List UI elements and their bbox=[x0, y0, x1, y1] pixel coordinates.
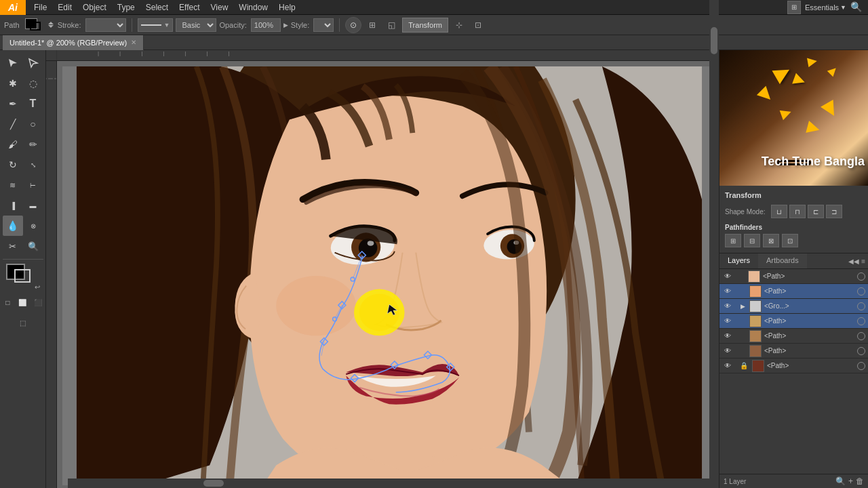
layer-eye-7[interactable]: 👁 bbox=[722, 361, 733, 371]
shape-mode-btn-4[interactable]: ⊐ bbox=[826, 205, 842, 218]
arrange-icon[interactable]: ⊞ bbox=[787, 1, 801, 14]
layer-arrow-3[interactable]: ▶ bbox=[738, 301, 747, 312]
layer-row-7[interactable]: 👁 🔒 <Path> bbox=[719, 359, 868, 373]
workspace-selector[interactable]: Essentials ▼ bbox=[805, 3, 846, 12]
basic-select[interactable]: Basic bbox=[176, 18, 216, 32]
layer-arrow-5[interactable] bbox=[738, 331, 747, 342]
layer-eye-1[interactable]: 👁 bbox=[722, 271, 733, 282]
layer-eye-5[interactable]: 👁 bbox=[722, 331, 733, 342]
layer-eye-3[interactable]: 👁 bbox=[722, 301, 733, 312]
search-icon[interactable]: 🔍 bbox=[850, 1, 863, 14]
normal-screen-mode[interactable]: □ bbox=[0, 292, 15, 312]
layer-arrow-4[interactable] bbox=[738, 316, 747, 327]
menu-view[interactable]: View bbox=[205, 0, 234, 15]
new-layer-btn[interactable]: + bbox=[848, 476, 853, 486]
artboards-tab[interactable]: Artboards bbox=[758, 253, 807, 268]
stroke-arrow-up[interactable] bbox=[47, 21, 55, 29]
menu-object[interactable]: Object bbox=[77, 0, 112, 15]
layer-row-5[interactable]: 👁 <Path> bbox=[719, 329, 868, 344]
layer-eye-6[interactable]: 👁 bbox=[722, 346, 733, 357]
layer-circle-3[interactable] bbox=[857, 302, 865, 310]
layer-circle-6[interactable] bbox=[857, 347, 865, 355]
opacity-input[interactable]: 100% bbox=[251, 18, 281, 32]
layer-circle-7[interactable] bbox=[857, 362, 865, 370]
scissors-tool[interactable]: ✂ bbox=[3, 236, 23, 256]
artboard-tool[interactable]: ⬚ bbox=[3, 312, 43, 333]
magic-wand-tool[interactable]: ✱ bbox=[3, 73, 23, 94]
selection-tool[interactable] bbox=[3, 53, 23, 73]
envelope-icon[interactable]: ⊡ bbox=[470, 17, 486, 33]
paintbrush-tool[interactable]: 🖌 bbox=[3, 134, 23, 155]
recolor-icon[interactable]: ⊙ bbox=[345, 17, 361, 33]
pen-tool[interactable]: ✒ bbox=[3, 94, 23, 114]
layers-menu-btn[interactable]: ≡ bbox=[861, 258, 865, 265]
menu-effect[interactable]: Effect bbox=[174, 0, 205, 15]
layer-arrow-2[interactable] bbox=[738, 286, 747, 297]
pathfinder-4[interactable]: ⊡ bbox=[782, 234, 798, 247]
layer-row-6[interactable]: 👁 <Path> bbox=[719, 344, 868, 359]
h-scrollbar[interactable] bbox=[68, 479, 719, 488]
document-tab[interactable]: Untitled-1* @ 200% (RGB/Preview) ✕ bbox=[3, 35, 144, 50]
layer-eye-2[interactable]: 👁 bbox=[722, 286, 733, 297]
full-screen-no-bar[interactable]: ⬛ bbox=[31, 292, 45, 312]
eyedropper-tool[interactable]: 💧 bbox=[3, 216, 23, 236]
layer-row-2[interactable]: 👁 <Path> bbox=[719, 284, 868, 299]
opacity-arrow[interactable]: ▶ bbox=[283, 22, 288, 28]
stroke-select[interactable] bbox=[85, 18, 126, 32]
shape-mode-btn-2[interactable]: ⊓ bbox=[789, 205, 806, 218]
pathfinder-2[interactable]: ⊟ bbox=[744, 234, 760, 247]
menu-select[interactable]: Select bbox=[140, 0, 174, 15]
layer-arrow-6[interactable] bbox=[738, 346, 747, 357]
layer-row-3[interactable]: 👁 ▶ <Gro...> bbox=[719, 299, 868, 314]
tab-close-button[interactable]: ✕ bbox=[131, 35, 136, 50]
blend-tool[interactable]: ⊗ bbox=[23, 216, 43, 236]
layer-row-1[interactable]: 👁 <Path> bbox=[719, 269, 868, 284]
layers-tab[interactable]: Layers bbox=[719, 253, 758, 268]
tab-bar: Untitled-1* @ 200% (RGB/Preview) ✕ bbox=[0, 35, 868, 50]
transform-panel-title: Transform bbox=[725, 188, 863, 202]
ruler-top: | | | | | | | bbox=[46, 50, 719, 61]
type-tool[interactable]: T bbox=[23, 94, 43, 114]
direct-selection-tool[interactable] bbox=[23, 53, 43, 73]
lasso-tool[interactable]: ◌ bbox=[23, 73, 43, 94]
column-graph-tool[interactable]: ▐ bbox=[3, 195, 23, 216]
zoom-tool[interactable]: 🔍 bbox=[23, 236, 43, 256]
rotate-tool[interactable]: ↻ bbox=[3, 155, 23, 175]
layer-eye-4[interactable]: 👁 bbox=[722, 316, 733, 327]
menu-window[interactable]: Window bbox=[233, 0, 273, 15]
layer-circle-5[interactable] bbox=[857, 332, 865, 340]
line-tool[interactable]: ╱ bbox=[3, 114, 23, 134]
menu-help[interactable]: Help bbox=[273, 0, 301, 15]
canvas-v-scrollbar[interactable] bbox=[709, 50, 719, 488]
layer-row-4[interactable]: 👁 <Path> bbox=[719, 314, 868, 329]
menu-file[interactable]: File bbox=[28, 0, 52, 15]
ellipse-tool[interactable]: ○ bbox=[23, 114, 43, 134]
layer-lock-7[interactable]: 🔒 bbox=[738, 361, 749, 371]
align-icon[interactable]: ⊞ bbox=[364, 17, 380, 33]
layer-circle-4[interactable] bbox=[857, 317, 865, 325]
layer-circle-1[interactable] bbox=[857, 272, 865, 281]
pathfinder-3[interactable]: ⊠ bbox=[763, 234, 779, 247]
line-style-selector[interactable]: ▼ bbox=[138, 18, 174, 32]
style-select[interactable] bbox=[313, 18, 334, 32]
fill-stroke-area[interactable]: ↩ bbox=[6, 264, 40, 291]
scale-tool[interactable]: ⤡ bbox=[23, 155, 43, 175]
warp-tool[interactable]: ≋ bbox=[3, 175, 23, 195]
pencil-tool[interactable]: ✏ bbox=[23, 134, 43, 155]
bar-chart-tool[interactable]: ▬ bbox=[23, 195, 43, 216]
shape-mode-btn-1[interactable]: ⊔ bbox=[771, 205, 787, 218]
delete-layer-btn[interactable]: 🗑 bbox=[856, 476, 864, 486]
corner-icon[interactable]: ◱ bbox=[383, 17, 399, 33]
shape-mode-btn-3[interactable]: ⊏ bbox=[808, 205, 824, 218]
menu-edit[interactable]: Edit bbox=[52, 0, 77, 15]
fill-swatch[interactable] bbox=[24, 17, 44, 33]
width-tool[interactable]: ⊢ bbox=[23, 175, 43, 195]
transform-button[interactable]: Transform bbox=[402, 18, 448, 33]
layer-circle-2[interactable] bbox=[857, 287, 865, 296]
full-screen-mode[interactable]: ⬜ bbox=[15, 292, 30, 312]
layers-expand-btn[interactable]: ◀◀ bbox=[848, 258, 859, 265]
anchor-icon[interactable]: ⊹ bbox=[451, 17, 467, 33]
search-layers-btn[interactable]: 🔍 bbox=[835, 476, 846, 486]
pathfinder-1[interactable]: ⊞ bbox=[725, 234, 741, 247]
menu-type[interactable]: Type bbox=[112, 0, 140, 15]
